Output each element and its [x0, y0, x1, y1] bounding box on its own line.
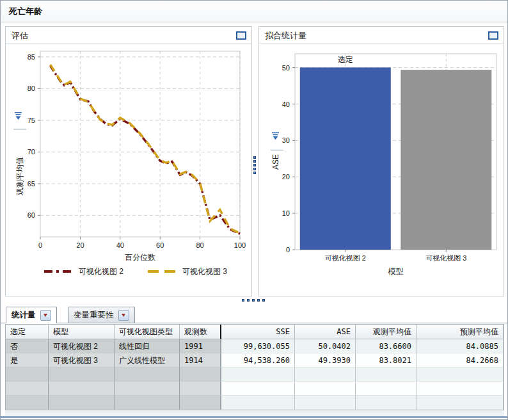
table-cell[interactable]: 84.2668 [417, 353, 504, 368]
table-cell[interactable] [6, 396, 49, 410]
table-cell[interactable] [295, 382, 356, 396]
table-cell[interactable]: 是 [6, 353, 49, 368]
table-cell[interactable]: 50.0402 [295, 339, 356, 353]
table-header-row: 选定模型可视化视图类型观测数SSEASE观测平均值预测平均值 [6, 325, 504, 339]
y-tick-label: 40 [282, 101, 290, 108]
column-header[interactable]: 可视化视图类型 [115, 325, 180, 339]
window-title-bar: 死亡年龄 [1, 1, 507, 22]
x-tick-label: 60 [156, 241, 164, 249]
table-row[interactable] [6, 368, 504, 382]
dropdown-arrow-icon [122, 314, 125, 317]
x-axis-title: 模型 [388, 267, 404, 276]
table-cell[interactable] [49, 396, 115, 410]
filter-icon[interactable] [272, 133, 279, 140]
column-header[interactable]: 观测平均值 [356, 325, 417, 339]
bar-2[interactable] [401, 70, 491, 250]
table-cell[interactable] [221, 396, 295, 410]
y-tick-label: 60 [28, 211, 35, 219]
x-tick-label: 40 [116, 241, 124, 249]
table-cell[interactable]: 可视化视图 2 [49, 339, 115, 353]
tab-statistics[interactable]: 统计量 [6, 307, 57, 323]
table-cell[interactable] [417, 396, 504, 410]
table-cell[interactable] [115, 396, 180, 410]
vertical-splitter-handle[interactable] [253, 156, 257, 174]
column-header[interactable]: 模型 [49, 325, 115, 339]
filter-icon[interactable] [15, 113, 22, 120]
y-axis-title: 观测平均值 [15, 157, 24, 196]
panel-fit-statistics: 拟合统计量 01020304050可视化视图 2可视化视图 3选定模型ASE [258, 26, 504, 296]
y-tick-label: 80 [28, 85, 35, 92]
y-tick-label: 30 [282, 136, 290, 144]
table-cell[interactable]: 83.8021 [356, 353, 417, 368]
y-tick-label: 50 [282, 64, 290, 72]
table-cell[interactable]: 广义线性模型 [115, 353, 180, 368]
chevron-down-icon[interactable] [118, 310, 129, 321]
table-cell[interactable] [49, 382, 115, 396]
table-cell[interactable] [295, 396, 356, 410]
table-cell[interactable]: 83.6600 [356, 339, 417, 353]
panel-assessment-header: 评估 [6, 27, 251, 44]
maximize-icon[interactable] [236, 31, 246, 40]
fit-statistics-bar-chart[interactable]: 01020304050可视化视图 2可视化视图 3选定模型ASE [259, 44, 504, 296]
table-row[interactable] [6, 382, 504, 396]
table-cell[interactable] [356, 382, 417, 396]
x-tick-label: 0 [38, 241, 42, 249]
table-cell[interactable] [180, 382, 221, 396]
tab-variable-importance-label: 变量重要性 [74, 310, 114, 321]
table-cell[interactable]: 49.3930 [295, 353, 356, 368]
bottom-scrollbar-track[interactable] [5, 411, 504, 416]
table-cell[interactable]: 99,630.055 [221, 339, 295, 353]
legend-label-1: 可视化视图 2 [79, 267, 123, 276]
table-row[interactable] [6, 396, 504, 410]
table-cell[interactable] [49, 368, 115, 382]
y-tick-label: 65 [28, 180, 35, 188]
x-tick-label: 100 [234, 241, 246, 249]
table-row[interactable]: 是可视化视图 3广义线性模型191494,538.26049.393083.80… [6, 353, 504, 368]
table-cell[interactable]: 1914 [180, 353, 221, 368]
table-cell[interactable] [6, 368, 49, 382]
selected-bar-label: 选定 [338, 55, 353, 64]
horizontal-splitter-handle[interactable] [242, 299, 265, 303]
column-header[interactable]: SSE [221, 325, 295, 339]
column-header[interactable]: 选定 [6, 325, 49, 339]
column-header[interactable]: 预测平均值 [417, 325, 504, 339]
table-cell[interactable]: 可视化视图 3 [49, 353, 115, 368]
tab-variable-importance[interactable]: 变量重要性 [68, 307, 135, 323]
table-cell[interactable]: 否 [6, 339, 49, 353]
column-header[interactable]: 观测数 [180, 325, 221, 339]
table-cell[interactable] [356, 368, 417, 382]
maximize-icon[interactable] [488, 31, 498, 40]
table-cell[interactable]: 84.0885 [417, 339, 504, 353]
table-cell[interactable] [180, 368, 221, 382]
y-axis-title: ASE [271, 154, 280, 170]
table-cell[interactable] [180, 396, 221, 410]
panel-title: 拟合统计量 [265, 30, 306, 42]
x-tick-label: 80 [196, 241, 203, 249]
table-cell[interactable] [115, 368, 180, 382]
column-header[interactable]: ASE [295, 325, 356, 339]
table-cell[interactable] [115, 382, 180, 396]
bar-1[interactable] [300, 67, 391, 250]
panel-fit-statistics-header: 拟合统计量 [259, 27, 504, 44]
y-tick-label: 70 [28, 148, 35, 156]
assessment-line-chart[interactable]: 606570758085020406080100百分位数观测平均值可视化视图 2… [6, 44, 251, 296]
chevron-down-icon[interactable] [40, 310, 51, 321]
table-cell[interactable] [6, 382, 49, 396]
x-category-label: 可视化视图 2 [325, 254, 366, 262]
table-cell[interactable]: 线性回归 [115, 339, 180, 353]
table-cell[interactable]: 94,538.260 [221, 353, 295, 368]
table-row[interactable]: 否可视化视图 2线性回归199199,630.05550.040283.6600… [6, 339, 504, 353]
panel-assessment: 评估 606570758085020406080100百分位数观测平均值可视化视… [5, 26, 252, 296]
table-cell[interactable] [221, 382, 295, 396]
window-bottom-edge [1, 416, 507, 418]
table-cell[interactable] [295, 368, 356, 382]
dropdown-arrow-icon [44, 314, 47, 317]
legend: 可视化视图 2可视化视图 3 [44, 267, 227, 276]
y-tick-label: 20 [282, 173, 290, 181]
table-cell[interactable]: 1991 [180, 339, 221, 353]
table-cell[interactable] [417, 368, 504, 382]
table-cell[interactable] [356, 396, 417, 410]
table-cell[interactable] [221, 368, 295, 382]
tab-statistics-label: 统计量 [12, 310, 36, 321]
table-cell[interactable] [417, 382, 504, 396]
